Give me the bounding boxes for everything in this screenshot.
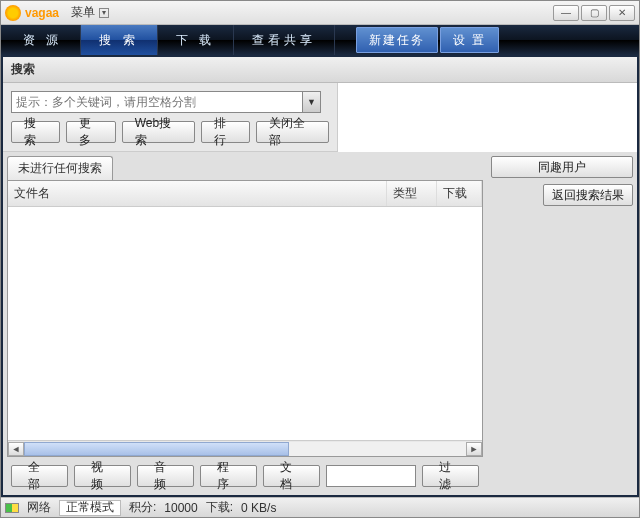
filter-row: 全部 视频 音频 程序 文档 过滤 [7,457,483,495]
nav-settings[interactable]: 设 置 [440,27,499,53]
nav-download[interactable]: 下 载 [158,25,234,55]
filter-program-button[interactable]: 程序 [200,465,257,487]
main-split: 未进行任何搜索 文件名 类型 下载 ◄ ► [3,152,637,495]
status-bar: 网络 正常模式 积分: 10000 下载: 0 KB/s [1,497,639,517]
scroll-left-icon[interactable]: ◄ [8,442,24,456]
results-list: 文件名 类型 下载 ◄ ► [7,180,483,457]
search-button[interactable]: 搜索 [11,121,60,143]
app-name: vagaa [25,6,59,20]
web-search-button[interactable]: Web搜索 [122,121,195,143]
window-controls: — ▢ ✕ [553,5,635,21]
side-pane: 同趣用户 返回搜索结果 [487,152,637,495]
search-input[interactable] [12,95,302,109]
search-combo[interactable]: ▼ [11,91,321,113]
search-dropdown-icon[interactable]: ▼ [302,92,320,112]
status-score-value: 10000 [164,501,197,515]
status-dl-label: 下载: [206,499,233,516]
filter-video-button[interactable]: 视频 [74,465,131,487]
close-button[interactable]: ✕ [609,5,635,21]
col-download[interactable]: 下载 [437,181,482,206]
status-dl-value: 0 KB/s [241,501,276,515]
titlebar: vagaa 菜单 ▾ — ▢ ✕ [1,1,639,25]
app-logo-icon [5,5,21,21]
main-navbar: 资 源 搜 索 下 载 查看共享 新建任务 设 置 [1,25,639,55]
filter-all-button[interactable]: 全部 [11,465,68,487]
return-results-button[interactable]: 返回搜索结果 [543,184,633,206]
horizontal-scrollbar[interactable]: ◄ ► [8,440,482,456]
scroll-track[interactable] [24,442,466,456]
menu-dropdown-icon[interactable]: ▾ [99,8,109,18]
status-network: 网络 [27,499,51,516]
menu-button[interactable]: 菜单 [71,4,95,21]
nav-search[interactable]: 搜 索 [81,25,157,55]
status-score-label: 积分: [129,499,156,516]
scroll-thumb[interactable] [24,442,289,456]
col-type[interactable]: 类型 [387,181,437,206]
scroll-right-icon[interactable]: ► [466,442,482,456]
filter-audio-button[interactable]: 音频 [137,465,194,487]
network-status-icon [5,503,19,513]
status-mode[interactable]: 正常模式 [59,500,121,516]
nav-view-share[interactable]: 查看共享 [234,25,335,55]
section-title: 搜索 [3,57,637,83]
content-frame: 搜索 ▼ 搜索 更多 Web搜索 排行 关闭全部 [1,55,639,497]
results-tab[interactable]: 未进行任何搜索 [7,156,113,180]
results-pane: 未进行任何搜索 文件名 类型 下载 ◄ ► [3,152,487,495]
app-window: vagaa 菜单 ▾ — ▢ ✕ 资 源 搜 索 下 载 查看共享 新建任务 设… [0,0,640,518]
nav-new-task[interactable]: 新建任务 [356,27,438,53]
nav-resources[interactable]: 资 源 [5,25,81,55]
search-area: ▼ 搜索 更多 Web搜索 排行 关闭全部 [3,83,337,152]
minimize-button[interactable]: — [553,5,579,21]
filter-input[interactable] [326,465,416,487]
preview-panel [337,83,637,152]
col-filename[interactable]: 文件名 [8,181,387,206]
list-body [8,207,482,440]
filter-apply-button[interactable]: 过滤 [422,465,479,487]
rank-button[interactable]: 排行 [201,121,250,143]
filter-document-button[interactable]: 文档 [263,465,320,487]
list-header: 文件名 类型 下载 [8,181,482,207]
same-user-button[interactable]: 同趣用户 [491,156,633,178]
more-button[interactable]: 更多 [66,121,115,143]
maximize-button[interactable]: ▢ [581,5,607,21]
close-all-button[interactable]: 关闭全部 [256,121,329,143]
